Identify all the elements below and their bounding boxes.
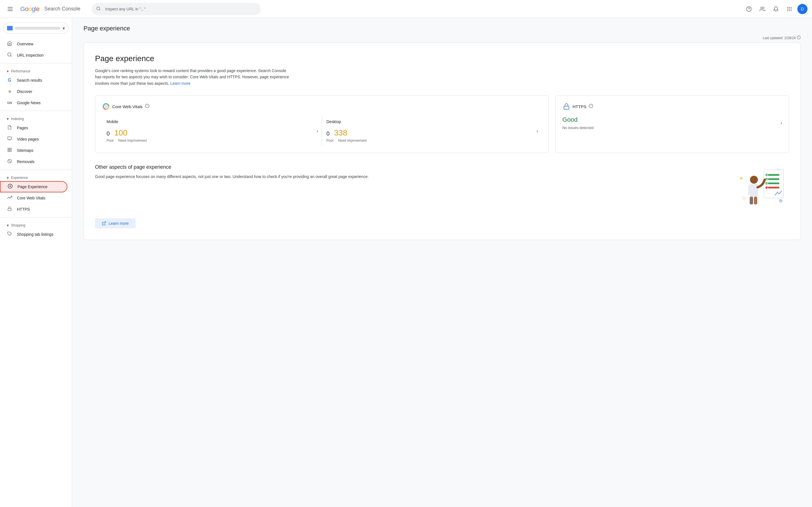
pages-icon [7,125,12,131]
chevron-shopping-icon: ▾ [7,223,9,228]
sidebar-url-inspection-label: URL inspection [17,53,43,57]
sidebar-item-sitemaps[interactable]: Sitemaps [0,145,67,156]
mobile-labels: Poor Need improvement [107,138,317,143]
apps-button[interactable] [784,3,795,15]
sidebar-removals-label: Removals [17,159,35,164]
svg-line-18 [10,55,11,56]
sidebar-item-pages[interactable]: Pages [0,122,67,133]
svg-rect-2 [8,10,13,11]
svg-point-8 [788,7,788,8]
section-performance-label: Performance [11,69,31,73]
sidebar-item-google-news[interactable]: GN Google News [0,97,67,108]
learn-more-section: Learn more [95,218,789,228]
shopping-icon [7,231,12,237]
svg-point-3 [97,7,100,10]
https-status-text: Good [562,116,594,123]
discover-icon: ✳ [7,89,12,94]
search-icon [96,6,101,11]
svg-rect-0 [8,7,13,8]
sidebar-item-shopping-tab[interactable]: Shopping tab listings [0,229,67,240]
sidebar: ▾ Overview URL inspection ▾ Perform [0,18,72,507]
logo[interactable]: Google Search Console [20,5,80,13]
last-updated: Last updated: 2/28/24 [72,33,812,43]
chevron-indexing-icon: ▾ [7,117,9,121]
notifications-button[interactable] [770,3,781,15]
sidebar-pages-label: Pages [17,126,28,130]
page-title: Page experience [84,25,801,32]
card-description-text: Google's core ranking systems look to re… [95,68,289,86]
sidebar-page-experience-label: Page Experience [17,184,48,189]
desktop-label: Desktop [326,119,537,124]
property-chevron-icon: ▾ [63,25,65,31]
svg-point-51 [765,186,768,189]
sidebar-item-overview[interactable]: Overview [0,38,67,50]
mobile-poor-count: 0 [107,130,110,137]
g-icon: G [7,78,12,83]
content-area: Page experience Google's core ranking sy… [72,43,812,251]
sidebar-item-url-inspection[interactable]: URL inspection [0,50,67,61]
section-experience-label: Experience [11,176,28,180]
removals-icon [7,159,12,165]
sidebar-item-https[interactable]: HTTPS [0,204,67,215]
core-web-vitals-card: Core Web Vitals [95,96,549,153]
desktop-arrow-icon[interactable]: › [537,128,538,134]
https-arrow-icon[interactable]: › [780,120,782,126]
hamburger-menu[interactable] [4,3,16,15]
svg-point-13 [791,8,792,9]
svg-rect-22 [8,150,9,152]
url-search-input[interactable] [92,3,261,15]
svg-point-15 [789,10,790,11]
help-button[interactable] [743,3,755,15]
sidebar-item-video-pages[interactable]: Video pages [0,133,67,145]
svg-point-7 [761,7,763,9]
https-status-label: No issues detected [562,126,594,130]
sidebar-https-label: HTTPS [17,207,30,212]
svg-rect-23 [10,150,11,152]
avatar-button[interactable]: D [797,4,808,14]
mobile-improve-label: Need improvement [118,138,147,143]
desktop-labels: Poor Need improvement [326,138,537,143]
section-shopping[interactable]: ▾ Shopping [0,220,72,229]
https-info-icon[interactable] [589,104,593,109]
card-title: Page experience [95,54,789,63]
sidebar-item-search-results[interactable]: G Search results [0,75,67,86]
sidebar-item-discover[interactable]: ✳ Discover [0,86,67,97]
cwv-info-icon[interactable] [145,104,149,109]
https-card-icon [562,103,570,110]
svg-point-42 [742,196,746,200]
section-performance[interactable]: ▾ Performance [0,66,72,75]
mobile-arrow-icon[interactable]: › [317,128,318,134]
card-description: Google's core ranking systems look to re… [95,68,292,87]
cwv-icon [7,195,12,202]
https-title: HTTPS [573,104,587,109]
property-selector[interactable]: ▾ [3,22,68,34]
vitals-grid: Core Web Vitals [95,96,789,153]
desktop-poor-label: Poor [326,138,334,143]
svg-line-59 [104,222,106,224]
svg-point-12 [789,8,790,9]
last-updated-info-icon[interactable] [797,36,801,40]
learn-more-button[interactable]: Learn more [95,218,136,228]
top-header: Google Search Console [0,0,812,18]
people-button[interactable] [757,3,768,15]
svg-rect-55 [754,196,757,205]
desktop-improve-count: 338 [334,128,347,137]
card-learn-more-link[interactable]: Learn more [170,81,191,86]
sidebar-item-core-web-vitals[interactable]: Core Web Vitals [0,192,67,204]
svg-rect-37 [564,106,569,109]
section-indexing[interactable]: ▾ Indexing [0,113,72,122]
sidebar-discover-label: Discover [17,89,32,94]
cwv-title: Core Web Vitals [112,104,143,109]
external-link-icon [102,221,106,226]
divider-2 [0,111,72,111]
desktop-segment: Desktop 0 338 Poor Need improvement › [322,116,542,146]
section-experience[interactable]: ▾ Experience [0,172,72,181]
https-card-header: HTTPS [562,103,782,110]
last-updated-value: 2/28/24 [784,36,796,40]
main-card: Page experience Google's core ranking sy… [84,43,801,240]
sidebar-search-results-label: Search results [17,78,42,82]
last-updated-label: Last updated: [763,36,783,40]
sidebar-item-removals[interactable]: Removals [0,156,67,167]
sidebar-item-page-experience[interactable]: Page Experience [0,181,67,192]
main-content: Page experience Last updated: 2/28/24 Pa… [72,18,812,507]
